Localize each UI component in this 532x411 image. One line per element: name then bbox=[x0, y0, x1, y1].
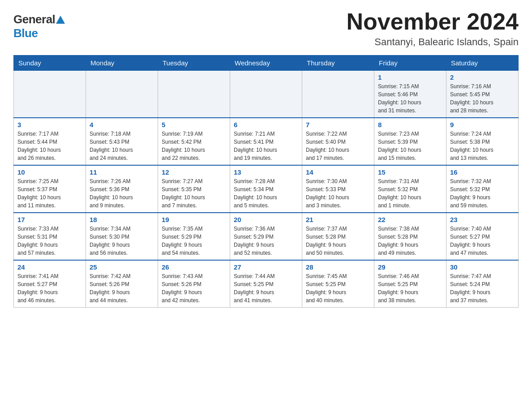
day-number: 24 bbox=[17, 263, 82, 271]
day-number: 11 bbox=[90, 168, 154, 176]
calendar-cell bbox=[86, 71, 158, 118]
calendar-cell: 1Sunrise: 7:15 AM Sunset: 5:46 PM Daylig… bbox=[374, 71, 446, 118]
calendar-week-row: 24Sunrise: 7:41 AM Sunset: 5:27 PM Dayli… bbox=[14, 260, 519, 308]
month-title: November 2024 bbox=[347, 9, 519, 34]
weekday-header-friday: Friday bbox=[374, 56, 446, 71]
day-number: 14 bbox=[306, 168, 370, 176]
weekday-header-sunday: Sunday bbox=[14, 56, 86, 71]
calendar-cell bbox=[302, 71, 374, 118]
day-info: Sunrise: 7:15 AM Sunset: 5:46 PM Dayligh… bbox=[378, 82, 442, 115]
day-info: Sunrise: 7:41 AM Sunset: 5:27 PM Dayligh… bbox=[17, 272, 82, 304]
day-number: 17 bbox=[17, 216, 82, 223]
location-title: Santanyi, Balearic Islands, Spain bbox=[347, 36, 519, 48]
calendar-cell: 23Sunrise: 7:40 AM Sunset: 5:27 PM Dayli… bbox=[446, 213, 519, 260]
day-number: 21 bbox=[306, 216, 370, 223]
day-info: Sunrise: 7:28 AM Sunset: 5:34 PM Dayligh… bbox=[234, 177, 298, 210]
day-info: Sunrise: 7:27 AM Sunset: 5:35 PM Dayligh… bbox=[162, 177, 226, 210]
day-info: Sunrise: 7:36 AM Sunset: 5:29 PM Dayligh… bbox=[234, 225, 298, 257]
day-number: 1 bbox=[378, 73, 442, 81]
calendar-cell: 7Sunrise: 7:22 AM Sunset: 5:40 PM Daylig… bbox=[302, 118, 374, 165]
day-info: Sunrise: 7:25 AM Sunset: 5:37 PM Dayligh… bbox=[17, 177, 82, 210]
day-info: Sunrise: 7:18 AM Sunset: 5:43 PM Dayligh… bbox=[90, 130, 154, 162]
day-number: 3 bbox=[17, 121, 82, 128]
calendar-week-row: 3Sunrise: 7:17 AM Sunset: 5:44 PM Daylig… bbox=[14, 118, 519, 165]
logo-blue-text: Blue bbox=[13, 26, 38, 40]
day-number: 19 bbox=[162, 216, 226, 223]
calendar-cell: 30Sunrise: 7:47 AM Sunset: 5:24 PM Dayli… bbox=[446, 260, 519, 308]
day-info: Sunrise: 7:44 AM Sunset: 5:25 PM Dayligh… bbox=[234, 272, 298, 304]
day-info: Sunrise: 7:46 AM Sunset: 5:25 PM Dayligh… bbox=[378, 272, 442, 304]
calendar-cell: 15Sunrise: 7:31 AM Sunset: 5:32 PM Dayli… bbox=[374, 165, 446, 213]
calendar-cell: 18Sunrise: 7:34 AM Sunset: 5:30 PM Dayli… bbox=[86, 213, 158, 260]
day-number: 23 bbox=[450, 216, 515, 223]
calendar-cell: 13Sunrise: 7:28 AM Sunset: 5:34 PM Dayli… bbox=[230, 165, 302, 213]
calendar-cell: 17Sunrise: 7:33 AM Sunset: 5:31 PM Dayli… bbox=[14, 213, 86, 260]
day-number: 13 bbox=[234, 168, 298, 176]
calendar-table: SundayMondayTuesdayWednesdayThursdayFrid… bbox=[13, 55, 519, 308]
calendar-cell: 10Sunrise: 7:25 AM Sunset: 5:37 PM Dayli… bbox=[14, 165, 86, 213]
calendar-cell: 19Sunrise: 7:35 AM Sunset: 5:29 PM Dayli… bbox=[158, 213, 230, 260]
day-number: 22 bbox=[378, 216, 442, 223]
weekday-header-thursday: Thursday bbox=[302, 56, 374, 71]
logo-triangle-icon bbox=[56, 16, 65, 24]
day-number: 20 bbox=[234, 216, 298, 223]
day-info: Sunrise: 7:26 AM Sunset: 5:36 PM Dayligh… bbox=[90, 177, 154, 210]
day-number: 15 bbox=[378, 168, 442, 176]
calendar-cell bbox=[158, 71, 230, 118]
calendar-cell: 2Sunrise: 7:16 AM Sunset: 5:45 PM Daylig… bbox=[446, 71, 519, 118]
day-number: 9 bbox=[450, 121, 515, 128]
day-number: 27 bbox=[234, 263, 298, 271]
page-header: General Blue November 2024 Santanyi, Bal… bbox=[13, 9, 519, 48]
day-number: 7 bbox=[306, 121, 370, 128]
calendar-cell: 12Sunrise: 7:27 AM Sunset: 5:35 PM Dayli… bbox=[158, 165, 230, 213]
day-info: Sunrise: 7:32 AM Sunset: 5:32 PM Dayligh… bbox=[450, 177, 515, 210]
day-number: 29 bbox=[378, 263, 442, 271]
calendar-cell: 14Sunrise: 7:30 AM Sunset: 5:33 PM Dayli… bbox=[302, 165, 374, 213]
calendar-cell: 9Sunrise: 7:24 AM Sunset: 5:38 PM Daylig… bbox=[446, 118, 519, 165]
calendar-cell: 24Sunrise: 7:41 AM Sunset: 5:27 PM Dayli… bbox=[14, 260, 86, 308]
day-number: 4 bbox=[90, 121, 154, 128]
calendar-cell: 20Sunrise: 7:36 AM Sunset: 5:29 PM Dayli… bbox=[230, 213, 302, 260]
calendar-week-row: 10Sunrise: 7:25 AM Sunset: 5:37 PM Dayli… bbox=[14, 165, 519, 213]
day-info: Sunrise: 7:43 AM Sunset: 5:26 PM Dayligh… bbox=[162, 272, 226, 304]
calendar-week-row: 17Sunrise: 7:33 AM Sunset: 5:31 PM Dayli… bbox=[14, 213, 519, 260]
calendar-cell: 28Sunrise: 7:45 AM Sunset: 5:25 PM Dayli… bbox=[302, 260, 374, 308]
calendar-cell: 27Sunrise: 7:44 AM Sunset: 5:25 PM Dayli… bbox=[230, 260, 302, 308]
calendar-cell: 8Sunrise: 7:23 AM Sunset: 5:39 PM Daylig… bbox=[374, 118, 446, 165]
day-number: 8 bbox=[378, 121, 442, 128]
day-info: Sunrise: 7:34 AM Sunset: 5:30 PM Dayligh… bbox=[90, 225, 154, 257]
day-number: 18 bbox=[90, 216, 154, 223]
day-number: 16 bbox=[450, 168, 515, 176]
calendar-cell: 25Sunrise: 7:42 AM Sunset: 5:26 PM Dayli… bbox=[86, 260, 158, 308]
day-info: Sunrise: 7:37 AM Sunset: 5:28 PM Dayligh… bbox=[306, 225, 370, 257]
day-number: 12 bbox=[162, 168, 226, 176]
day-info: Sunrise: 7:33 AM Sunset: 5:31 PM Dayligh… bbox=[17, 225, 82, 257]
calendar-week-row: 1Sunrise: 7:15 AM Sunset: 5:46 PM Daylig… bbox=[14, 71, 519, 118]
day-number: 6 bbox=[234, 121, 298, 128]
calendar-cell: 11Sunrise: 7:26 AM Sunset: 5:36 PM Dayli… bbox=[86, 165, 158, 213]
calendar-cell: 4Sunrise: 7:18 AM Sunset: 5:43 PM Daylig… bbox=[86, 118, 158, 165]
day-info: Sunrise: 7:30 AM Sunset: 5:33 PM Dayligh… bbox=[306, 177, 370, 210]
calendar-header-row: SundayMondayTuesdayWednesdayThursdayFrid… bbox=[14, 56, 519, 71]
day-number: 5 bbox=[162, 121, 226, 128]
calendar-cell: 22Sunrise: 7:38 AM Sunset: 5:28 PM Dayli… bbox=[374, 213, 446, 260]
day-number: 26 bbox=[162, 263, 226, 271]
day-info: Sunrise: 7:23 AM Sunset: 5:39 PM Dayligh… bbox=[378, 130, 442, 162]
day-number: 25 bbox=[90, 263, 154, 271]
calendar-cell: 3Sunrise: 7:17 AM Sunset: 5:44 PM Daylig… bbox=[14, 118, 86, 165]
calendar-cell: 16Sunrise: 7:32 AM Sunset: 5:32 PM Dayli… bbox=[446, 165, 519, 213]
day-number: 2 bbox=[450, 73, 515, 81]
day-number: 10 bbox=[17, 168, 82, 176]
calendar-cell: 29Sunrise: 7:46 AM Sunset: 5:25 PM Dayli… bbox=[374, 260, 446, 308]
day-info: Sunrise: 7:17 AM Sunset: 5:44 PM Dayligh… bbox=[17, 130, 82, 162]
calendar-cell bbox=[14, 71, 86, 118]
day-info: Sunrise: 7:45 AM Sunset: 5:25 PM Dayligh… bbox=[306, 272, 370, 304]
day-number: 30 bbox=[450, 263, 515, 271]
day-info: Sunrise: 7:24 AM Sunset: 5:38 PM Dayligh… bbox=[450, 130, 515, 162]
day-info: Sunrise: 7:42 AM Sunset: 5:26 PM Dayligh… bbox=[90, 272, 154, 304]
calendar-cell: 26Sunrise: 7:43 AM Sunset: 5:26 PM Dayli… bbox=[158, 260, 230, 308]
day-info: Sunrise: 7:16 AM Sunset: 5:45 PM Dayligh… bbox=[450, 82, 515, 115]
day-info: Sunrise: 7:38 AM Sunset: 5:28 PM Dayligh… bbox=[378, 225, 442, 257]
weekday-header-monday: Monday bbox=[86, 56, 158, 71]
day-info: Sunrise: 7:47 AM Sunset: 5:24 PM Dayligh… bbox=[450, 272, 515, 304]
